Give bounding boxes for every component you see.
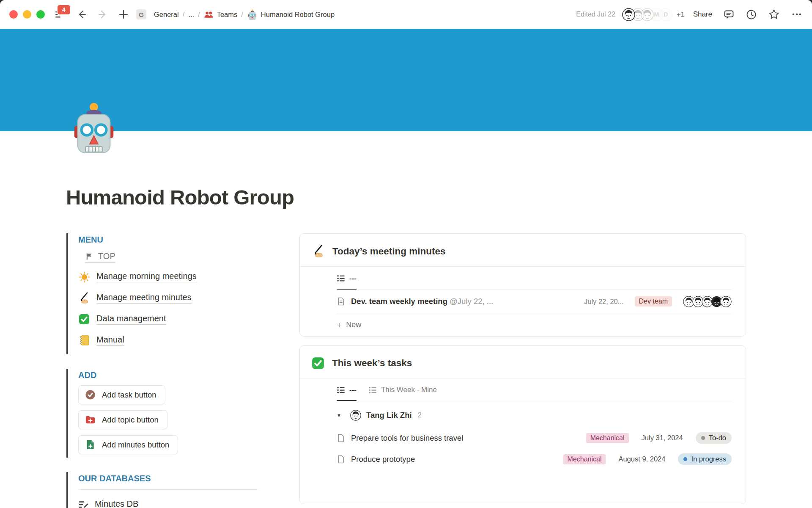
right-column: Today’s meeting minutes --- bbox=[299, 233, 746, 504]
view-tab-label: --- bbox=[349, 386, 357, 394]
breadcrumb-item-current-page[interactable]: Humanoid Robot Group bbox=[247, 9, 335, 20]
last-edited-label[interactable]: Edited Jul 22 bbox=[576, 11, 615, 18]
presence-avatars: M D bbox=[622, 8, 672, 21]
task-row[interactable]: Produce prototype Mechanical August 9, 2… bbox=[337, 449, 732, 470]
add-task-button[interactable]: Add task button bbox=[78, 385, 165, 404]
meeting-title[interactable]: Dev. team weekly meeting @July 22, ... bbox=[351, 297, 493, 306]
sidebar-toggle-button[interactable]: 4 bbox=[54, 9, 65, 20]
zoom-window-button[interactable] bbox=[36, 10, 45, 19]
status-badge[interactable]: To-do bbox=[696, 432, 732, 444]
toolbar: 4 G General / ... / bbox=[0, 0, 812, 29]
forward-button[interactable] bbox=[97, 9, 108, 20]
presence-overflow-count[interactable]: +1 bbox=[677, 11, 685, 19]
more-ellipsis-icon bbox=[791, 8, 803, 20]
menu-link-label: Data management bbox=[96, 314, 166, 325]
topic-folder-icon bbox=[85, 414, 96, 425]
app-window: 4 G General / ... / bbox=[0, 0, 812, 508]
add-minutes-button[interactable]: Add minutes button bbox=[78, 435, 178, 454]
menu-link-data-management[interactable]: Data management bbox=[78, 309, 258, 330]
button-label: Add task button bbox=[102, 390, 156, 400]
plus-icon: + bbox=[337, 320, 342, 329]
person-face-avatar bbox=[350, 410, 361, 421]
team-tag[interactable]: Dev team bbox=[635, 296, 672, 306]
ledger-icon bbox=[78, 335, 90, 346]
task-properties: Mechanical August 9, 2024 In progress bbox=[563, 453, 732, 465]
task-title[interactable]: Prepare tools for business travel bbox=[351, 433, 463, 443]
breadcrumb-label: Humanoid Robot Group bbox=[261, 11, 335, 19]
check-mark-icon bbox=[312, 357, 324, 370]
comments-button[interactable] bbox=[723, 9, 735, 20]
view-tab-default[interactable]: --- bbox=[337, 267, 357, 290]
page-icon bbox=[337, 434, 345, 442]
view-tab-this-week-mine[interactable]: This Week - Mine bbox=[368, 378, 437, 401]
new-row-button[interactable]: + New bbox=[337, 314, 732, 336]
breadcrumb-item-ellipsis[interactable]: ... bbox=[188, 11, 194, 19]
meeting-row[interactable]: Dev. team weekly meeting @July 22, ... J… bbox=[337, 290, 732, 314]
row-properties: July 22, 20... Dev team bbox=[584, 296, 732, 307]
meeting-date-property[interactable]: July 22, 20... bbox=[584, 298, 624, 306]
date-mention: @July 22, ... bbox=[450, 297, 493, 306]
new-page-button[interactable] bbox=[118, 9, 129, 19]
favorite-button[interactable] bbox=[768, 8, 780, 20]
view-tabs: --- bbox=[337, 267, 732, 290]
add-topic-button[interactable]: Add topic button bbox=[78, 410, 167, 429]
more-options-button[interactable] bbox=[791, 8, 803, 20]
due-date-property[interactable]: August 9, 2024 bbox=[618, 455, 665, 463]
status-dot-icon bbox=[701, 436, 705, 440]
menu-link-morning-meetings[interactable]: Manage morning meetings bbox=[78, 266, 258, 287]
breadcrumb-item-teams[interactable]: Teams bbox=[204, 10, 238, 19]
page-title[interactable]: Humanoid Robot Group bbox=[66, 185, 294, 209]
group-name[interactable]: Tang Lik Zhi bbox=[366, 411, 412, 420]
databases-heading: OUR DATABASES bbox=[78, 474, 258, 483]
group-header-row: ▼ Tang Lik Zhi 2 bbox=[337, 403, 732, 428]
page-icon-button[interactable] bbox=[69, 102, 119, 153]
new-label: New bbox=[346, 320, 361, 329]
card-header: Today’s meeting minutes bbox=[300, 234, 746, 266]
share-button[interactable]: Share bbox=[693, 10, 712, 19]
comments-icon bbox=[723, 9, 735, 20]
task-row[interactable]: Prepare tools for business travel Mechan… bbox=[337, 428, 732, 449]
due-date-property[interactable]: July 31, 2024 bbox=[642, 434, 683, 442]
database-pencil-icon bbox=[78, 500, 89, 508]
list-view-icon bbox=[337, 386, 346, 395]
breadcrumb-separator: / bbox=[183, 11, 185, 19]
back-button[interactable] bbox=[76, 9, 87, 20]
toolbar-actions bbox=[723, 8, 803, 20]
close-window-button[interactable] bbox=[9, 10, 18, 19]
history-clock-icon bbox=[746, 9, 757, 20]
menu-link-meeting-minutes[interactable]: Manage meeting minutes bbox=[78, 287, 258, 309]
avatar[interactable] bbox=[622, 8, 635, 21]
task-title[interactable]: Produce prototype bbox=[351, 455, 415, 464]
page-body: MENU TOP bbox=[66, 233, 746, 508]
menu-link-top[interactable]: TOP bbox=[85, 251, 115, 263]
category-tag[interactable]: Mechanical bbox=[586, 433, 629, 443]
status-badge[interactable]: In progress bbox=[678, 453, 732, 465]
writing-hand-icon bbox=[312, 245, 325, 258]
view-tab-default[interactable]: --- bbox=[337, 378, 357, 401]
list-view-icon bbox=[368, 386, 377, 395]
person-face-avatar bbox=[720, 296, 732, 307]
menu-link-manual[interactable]: Manual bbox=[78, 330, 258, 351]
minutes-db-link[interactable]: Minutes DB bbox=[78, 499, 258, 508]
menu-link-label: Manage morning meetings bbox=[96, 271, 197, 282]
forward-arrow-icon bbox=[97, 9, 108, 20]
minimize-window-button[interactable] bbox=[23, 10, 31, 19]
flag-icon bbox=[85, 252, 93, 261]
page-icon bbox=[337, 297, 345, 306]
add-section: ADD Add task button Ad bbox=[66, 369, 258, 458]
category-tag[interactable]: Mechanical bbox=[563, 454, 606, 464]
breadcrumb: G General / ... / Teams / bbox=[136, 9, 335, 20]
writing-hand-icon bbox=[78, 292, 90, 304]
status-dot-icon bbox=[683, 457, 687, 461]
favorite-star-icon bbox=[768, 8, 780, 20]
toggle-triangle-icon[interactable]: ▼ bbox=[337, 413, 348, 418]
group-count: 2 bbox=[418, 411, 422, 420]
traffic-lights bbox=[9, 10, 45, 19]
breadcrumb-item-general[interactable]: G General bbox=[136, 9, 179, 19]
updates-history-button[interactable] bbox=[746, 9, 757, 20]
databases-section: OUR DATABASES Minutes DB bbox=[66, 472, 258, 508]
add-buttons: Add task button Add topic button bbox=[78, 385, 258, 454]
divider bbox=[78, 489, 258, 490]
teams-people-icon bbox=[204, 10, 214, 19]
attendee-avatars[interactable] bbox=[683, 296, 732, 307]
